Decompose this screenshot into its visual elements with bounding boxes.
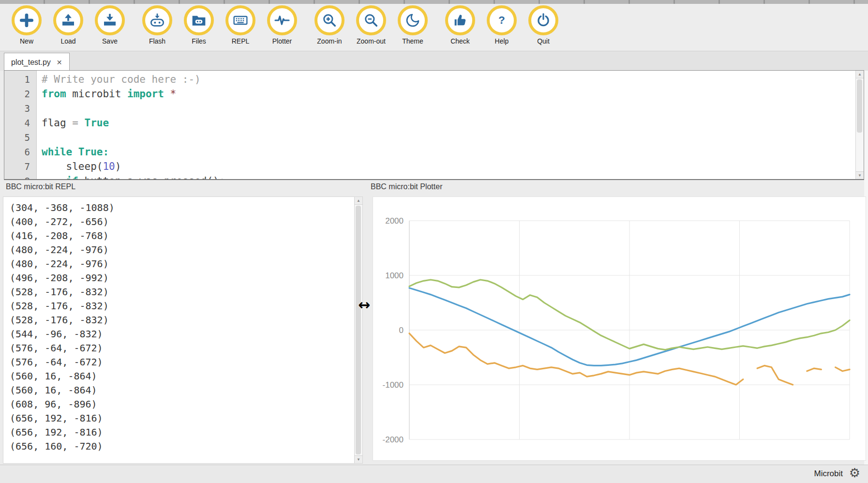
tab-label: plot_test.py [11,58,51,67]
scroll-down-icon[interactable]: ▼ [856,171,864,179]
repl-tuple-line: (480, -224, -976) [10,243,362,257]
thumbs-up-icon [445,5,475,35]
code-text [36,130,42,145]
code-text: while True: [36,145,109,159]
toolbar-button-label: New [20,37,33,45]
mu-editor-window: NewLoadSaveFlashFilesREPLPlotterZoom-inZ… [0,0,868,483]
repl-tuple-line: (656, 192, -816) [10,425,362,439]
line-number: 5 [4,130,36,145]
toolbar-button-check[interactable]: Check [445,5,475,45]
code-lines: 1# Write your code here :-)2from microbi… [4,71,864,180]
folder-icon [184,5,214,35]
code-text: from microbit import * [36,87,176,101]
svg-text:-1000: -1000 [383,380,404,390]
gear-icon[interactable]: ⚙ [849,466,860,480]
keyboard-icon [225,5,255,35]
toolbar-button-label: Files [192,37,206,45]
device-status: Microbit [814,469,843,479]
status-bar: Microbit ⚙ [0,465,868,483]
line-number: 8 [4,174,36,180]
code-text: if button_a.was_pressed(): [36,174,225,180]
code-line: 3 [4,101,864,116]
code-text: flag = True [36,116,109,130]
toolbar-button-theme[interactable]: Theme [398,5,428,45]
scroll-up-icon[interactable]: ▲ [355,197,362,205]
chart-series-accel-z-orange [807,368,821,371]
toolbar-button-files[interactable]: Files [184,5,214,45]
repl-tuple-line: (400, -272, -656) [10,215,362,229]
toolbar-button-flash[interactable]: Flash [142,5,172,45]
toolbar-button-label: Save [102,37,118,45]
repl-tuple-line: (528, -176, -832) [10,299,362,313]
svg-text:?: ? [498,14,505,26]
toolbar-button-save[interactable]: Save [95,5,125,45]
line-number: 4 [4,116,36,130]
chart-series-accel-z-orange [836,367,850,371]
download-tray-icon [95,5,125,35]
svg-text:2000: 2000 [385,216,404,226]
editor-scrollbar[interactable]: ▲ ▼ [855,71,864,179]
toolbar-button-load[interactable]: Load [53,5,83,45]
power-icon [528,5,558,35]
moon-icon [398,5,428,35]
repl-tuple-line: (304, -368, -1088) [10,201,362,215]
repl-output: (304, -368, -1088)(400, -272, -656)(416,… [3,197,362,453]
line-number: 2 [4,87,36,101]
code-text: sleep(10) [36,159,121,174]
repl-tuple-line: (656, 160, -720) [10,439,362,453]
repl-tuple-line: (528, -176, -832) [10,285,362,299]
code-line: 5 [4,130,864,145]
chart-series-accel-z-orange [757,365,793,385]
repl-tuple-line: (496, -208, -992) [10,271,362,285]
tab-plot-test-py[interactable]: plot_test.py ✕ [4,53,70,71]
resize-cursor-icon: ↔ [358,296,370,313]
line-number: 1 [4,72,36,87]
plus-icon [12,5,42,35]
toolbar-button-zoom-in[interactable]: Zoom-in [314,5,344,45]
repl-panel[interactable]: (304, -368, -1088)(400, -272, -656)(416,… [3,196,363,464]
microbit-icon [142,5,172,35]
repl-tuple-line: (560, 16, -864) [10,369,362,383]
plotter-chart: 200010000-1000-2000 [373,197,866,460]
toolbar-button-zoom-out[interactable]: Zoom-out [356,5,386,45]
toolbar-button-label: Check [450,37,470,45]
toolbar-button-plotter[interactable]: Plotter [267,5,297,45]
tab-bar: plot_test.py ✕ [0,51,868,71]
repl-tuple-line: (608, 96, -896) [10,397,362,411]
toolbar-button-label: Zoom-in [317,37,342,45]
code-line: 1# Write your code here :-) [4,72,864,87]
toolbar-button-quit[interactable]: Quit [528,5,558,45]
repl-tuple-line: (544, -96, -832) [10,327,362,341]
repl-tuple-line: (528, -176, -832) [10,313,362,327]
toolbar-button-label: Zoom-out [357,37,386,45]
code-line: 4flag = True [4,116,864,130]
repl-scrollbar[interactable]: ▲ ▼ [354,197,362,463]
code-editor[interactable]: 1# Write your code here :-)2from microbi… [4,70,864,180]
scroll-down-icon[interactable]: ▼ [355,455,362,463]
toolbar-button-repl[interactable]: REPL [225,5,255,45]
repl-panel-title: BBC micro:bit REPL [6,182,75,194]
zoom-in-icon [314,5,344,35]
toolbar-button-help[interactable]: ?Help [487,5,517,45]
line-number: 6 [4,145,36,159]
repl-tuple-line: (416, -208, -768) [10,229,362,243]
code-line: 8 if button_a.was_pressed(): [4,174,864,180]
svg-text:-2000: -2000 [383,435,404,444]
pulse-icon [267,5,297,35]
repl-tuple-line: (576, -64, -672) [10,341,362,355]
code-line: 6while True: [4,145,864,159]
toolbar-button-label: REPL [232,37,250,45]
code-text: # Write your code here :-) [36,72,201,87]
code-line: 2from microbit import * [4,87,864,101]
svg-text:1000: 1000 [385,271,404,280]
toolbar-button-label: Flash [149,37,165,45]
line-number: 7 [4,159,36,174]
editor-scrollbar-thumb[interactable] [857,79,862,133]
toolbar-button-new[interactable]: New [12,5,42,45]
question-mark-icon: ? [487,5,517,35]
scroll-up-icon[interactable]: ▲ [856,71,864,78]
repl-scrollbar-thumb[interactable] [356,206,361,454]
zoom-out-icon [356,5,386,35]
close-icon[interactable]: ✕ [57,59,62,66]
toolbar: NewLoadSaveFlashFilesREPLPlotterZoom-inZ… [0,4,868,51]
